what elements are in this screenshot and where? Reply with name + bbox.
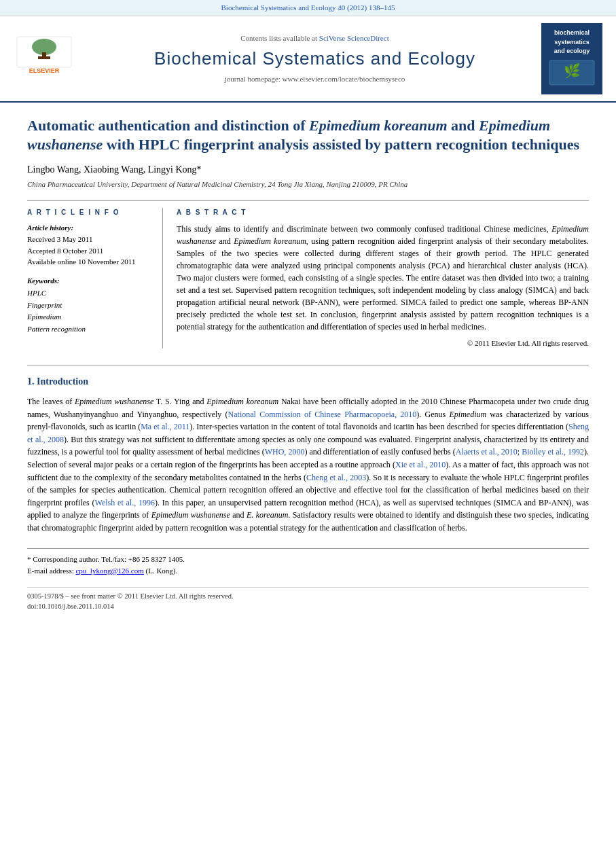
abstract-column: A B S T R A C T This study aims to ident… [177,208,589,348]
ref-ma-2011[interactable]: Ma et al., 2011 [141,422,189,431]
intro-paragraph: The leaves of Epimedium wushanense T. S.… [27,395,589,535]
keyword-pattern: Pattern recognition [27,323,151,336]
doi-line: doi:10.1016/j.bse.2011.10.014 [27,602,589,612]
svg-rect-3 [38,56,50,59]
right-logo-line2: systematics [545,38,598,48]
corresponding-author-note: * Corresponding author. Tel./fax: +86 25… [27,554,589,565]
elsevier-logo: ELSEVIER [14,33,75,84]
ref-national-commission[interactable]: National Commission of Chinese Pharmacop… [228,410,417,419]
svg-text:ELSEVIER: ELSEVIER [29,67,60,74]
article-info-abstract-section: A R T I C L E I N F O Article history: R… [27,200,589,348]
email-link[interactable]: cpu_lykong@126.com [75,567,143,575]
main-content: Automatic authentication and distinction… [0,103,616,626]
analyzed-word: analyzed [271,261,300,270]
available-line: Available online 10 November 2011 [27,257,151,267]
keyword-hplc: HPLC [27,287,151,300]
article-info-column: A R T I C L E I N F O Article history: R… [27,208,163,348]
authors-text: Lingbo Wang, Xiaobing Wang, Lingyi Kong* [27,164,202,175]
article-title: Automatic authentication and distinction… [27,116,589,155]
copyright-line: © 2011 Elsevier Ltd. All rights reserved… [177,338,589,348]
keyword-fingerprint: Fingerprint [27,300,151,312]
journal-right-logo-block: biochemical systematics and ecology 🌿 [541,23,602,94]
bottom-info: 0305-1978/$ – see front matter © 2011 El… [27,587,589,611]
journal-citation-text: Biochemical Systematics and Ecology 40 (… [221,3,395,12]
issn-line: 0305-1978/$ – see front matter © 2011 El… [27,592,589,602]
ref-welsh-1996[interactable]: Welsh et al., 1996 [95,498,155,507]
ref-cheng-2003[interactable]: Cheng et al., 2003 [306,473,366,482]
abstract-heading: A B S T R A C T [177,208,589,217]
ref-xie-2010[interactable]: Xie et al., 2010 [395,460,446,469]
ref-who-2000[interactable]: WHO, 2000 [265,447,305,457]
introduction-section: 1. Introduction The leaves of Epimedium … [27,365,589,534]
right-logo-line1: biochemical [545,29,598,38]
accepted-line: Accepted 8 October 2011 [27,246,151,256]
email-note: E-mail address: cpu_lykong@126.com (L. K… [27,566,589,576]
and-word: and [192,397,204,406]
ref-biolley-1992[interactable]: Biolley et al., 1992 [522,447,584,457]
keywords-subhead: Keywords: [27,276,151,286]
ref-sheng-2008[interactable]: Sheng et al., 2008 [27,422,589,444]
history-subhead: Article history: [27,223,151,233]
keywords-list: HPLC Fingerprint Epimedium Pattern recog… [27,287,151,335]
authors-line: Lingbo Wang, Xiaobing Wang, Lingyi Kong* [27,163,589,177]
received-line: Received 3 May 2011 [27,234,151,245]
journal-homepage-line: journal homepage: www.elsevier.com/locat… [88,74,541,84]
journal-main-title: Biochemical Systematics and Ecology [88,46,541,71]
affiliation-line: China Pharmaceutical University, Departm… [27,179,589,190]
right-logo-line3: and ecology [545,47,598,56]
ref-alaerts-2010[interactable]: Alaerts et al., 2010 [456,447,518,457]
keyword-epimedium: Epimedium [27,311,151,323]
sciverse-link[interactable]: SciVerse ScienceDirect [319,34,389,42]
article-info-heading: A R T I C L E I N F O [27,208,151,217]
whereas-word: whereas [529,298,556,307]
journal-title-block: Contents lists available at SciVerse Sci… [88,33,541,84]
intro-heading: 1. Introduction [27,375,589,389]
contents-available-line: Contents lists available at SciVerse Sci… [88,33,541,43]
abstract-text: This study aims to identify and discrimi… [177,223,589,333]
svg-text:🌿: 🌿 [564,62,581,79]
affiliation-text: China Pharmaceutical University, Departm… [27,180,407,188]
journal-header-band: ELSEVIER Contents lists available at Sci… [0,16,616,103]
journal-citation-header: Biochemical Systematics and Ecology 40 (… [0,0,616,16]
footnote-section: * Corresponding author. Tel./fax: +86 25… [27,548,589,577]
